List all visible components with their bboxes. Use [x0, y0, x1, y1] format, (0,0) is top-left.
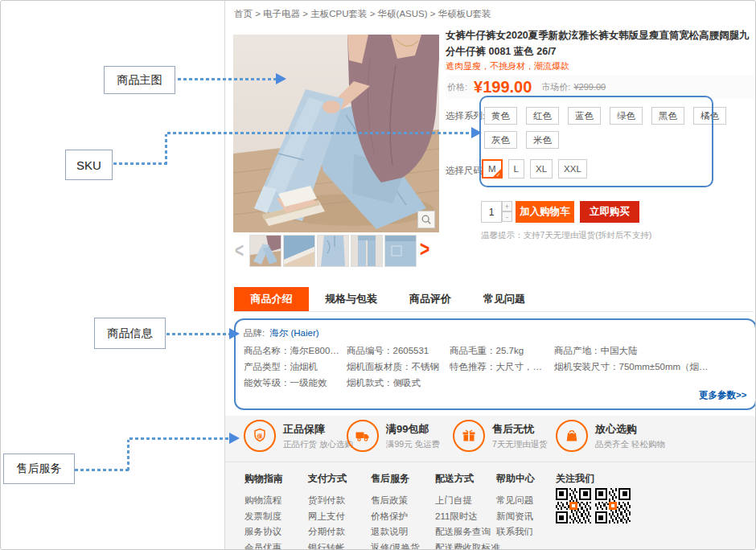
annotation-main-image-arrowhead — [276, 73, 286, 84]
series-chip-orange[interactable]: 橘色 — [693, 107, 726, 125]
footer-col-payment: 支付方式 货到付款 网上支付 分期付款 银行转帐 — [308, 472, 347, 550]
quantity-input[interactable] — [481, 201, 502, 223]
annotation-product-info-line — [166, 333, 229, 335]
thumbnail-5[interactable] — [384, 235, 417, 267]
series-label: 选择系列: — [446, 110, 485, 122]
market-price-label: 市场价: — [541, 81, 570, 93]
series-options-row-2: 灰色 米色 — [484, 131, 559, 149]
footer-separator — [225, 462, 756, 462]
footer-col-title: 关注我们 — [556, 472, 594, 486]
footer-link[interactable]: 退款说明 — [371, 524, 420, 540]
qr-code-2 — [595, 488, 631, 523]
service-item-authentic: 保 正品保障正品行货 放心选购 — [244, 420, 353, 452]
footer-col-aftersales: 售后服务 售后政策 价格保护 退款说明 返修/退换货 取消订单 — [371, 472, 420, 550]
series-chip-beige[interactable]: 米色 — [526, 131, 559, 149]
size-chip-m[interactable]: M — [482, 159, 503, 179]
thumbnail-2[interactable] — [283, 235, 315, 267]
size-chip-xl[interactable]: XL — [530, 159, 553, 179]
footer-col-delivery: 配送方式 上门自提 211限时达 配送服务查询 配送费收取标准 海外配送 — [435, 472, 500, 550]
series-chip-green[interactable]: 绿色 — [610, 107, 643, 125]
footer-link[interactable]: 新闻资讯 — [496, 509, 535, 525]
info-field: 能效等级：一级能效 — [244, 377, 347, 393]
price-label: 价格: — [447, 81, 467, 93]
add-to-cart-button[interactable]: 加入购物车 — [516, 201, 574, 223]
size-chip-l[interactable]: L — [508, 159, 524, 179]
magnifier-icon[interactable] — [417, 211, 435, 228]
service-title: 正品保障 — [283, 422, 353, 437]
thumbnail-strip — [249, 235, 417, 267]
brand-link[interactable]: 海尔 (Haier) — [269, 328, 318, 338]
footer-link[interactable]: 会员优惠 — [244, 540, 283, 550]
footer-link[interactable]: 配送服务查询 — [435, 524, 500, 540]
product-info-grid: 商品名称：海尔E800C2 商品编号：2605531 商品毛重：25.7kg 商… — [244, 345, 746, 393]
product-title: 女裤牛仔裤女2020夏季新款泫雅长裤女韩版显瘦直筒宽松高腰阔腿九分牛仔裤 008… — [446, 27, 756, 60]
footer-link[interactable]: 211限时达 — [435, 509, 500, 525]
footer-link[interactable]: 服务协议 — [244, 524, 283, 540]
footer-link[interactable]: 上门自提 — [435, 493, 500, 509]
info-field: 产品类型：油烟机 — [244, 361, 347, 377]
breadcrumb[interactable]: 首页 > 电子电器 > 主板CPU套装 > 华硕(ASUS) > 华硕板U套装 — [234, 8, 491, 20]
gallery-next-button[interactable]: > — [420, 238, 429, 260]
thumbnail-1[interactable] — [249, 235, 281, 267]
gallery-prev-button[interactable]: < — [235, 239, 244, 261]
service-item-aftersales: 售后无忧7天无理由退货 — [453, 420, 548, 452]
series-chip-yellow[interactable]: 黄色 — [484, 107, 517, 125]
chevron-right-icon: > — [420, 237, 429, 261]
more-params-link[interactable]: 更多参数>> — [699, 389, 746, 401]
screenshot-root: 首页 > 电子电器 > 主板CPU套装 > 华硕(ASUS) > 华硕板U套装 — [0, 0, 756, 550]
market-price-value: ¥299.00 — [573, 82, 606, 92]
service-desc: 满99元 免运费 — [386, 439, 440, 450]
annotation-sku-line-2 — [165, 134, 167, 165]
thumbnail-4[interactable] — [351, 235, 383, 267]
thumbnail-3[interactable] — [317, 235, 349, 267]
footer-link[interactable]: 购物流程 — [244, 493, 283, 509]
footer-link[interactable]: 货到付款 — [308, 493, 347, 509]
annotation-after-sales-line-3 — [129, 437, 229, 440]
footer-link[interactable]: 发票制度 — [244, 509, 283, 525]
series-chip-black[interactable]: 黑色 — [651, 107, 684, 125]
footer-link[interactable]: 返修/退换货 — [371, 540, 420, 550]
series-chip-blue[interactable]: 蓝色 — [568, 107, 601, 125]
service-item-free-shipping: 满99包邮满99元 免运费 — [347, 420, 440, 452]
footer-link[interactable]: 售后政策 — [371, 493, 420, 509]
footer-link[interactable]: 价格保护 — [371, 509, 420, 525]
brand-row: 品牌:海尔 (Haier) — [244, 327, 319, 339]
annotation-product-info-label: 商品信息 — [94, 318, 166, 349]
tab-product-intro[interactable]: 商品介绍 — [234, 287, 309, 311]
footer-link[interactable]: 银行转帐 — [308, 540, 347, 550]
footer-link[interactable]: 网上支付 — [308, 509, 347, 525]
footer-link[interactable]: 分期付款 — [308, 524, 347, 540]
footer-link[interactable]: 联系我们 — [496, 524, 535, 540]
footer-link[interactable]: 配送费收取标准 — [435, 540, 500, 550]
qr-code-1 — [556, 488, 591, 523]
shield-badge-icon: 保 — [244, 420, 276, 452]
truck-icon — [347, 420, 379, 452]
info-field: 商品产地：中国大陆 — [554, 345, 746, 361]
info-field: 商品毛重：25.7kg — [450, 345, 554, 361]
tab-faq[interactable]: 常见问题 — [467, 287, 541, 311]
series-chip-red[interactable]: 红色 — [526, 107, 559, 125]
service-desc: 品类齐全 轻松购物 — [595, 439, 665, 450]
service-item-easy-shopping: 放心选购品类齐全 轻松购物 — [556, 420, 665, 452]
footer-col-follow-us: 关注我们 — [556, 472, 594, 486]
detail-tabs: 商品介绍 规格与包装 商品评价 常见问题 — [234, 287, 754, 312]
footer-link[interactable]: 常见问题 — [496, 493, 535, 509]
annotation-main-image-label: 商品主图 — [104, 66, 175, 94]
quantity-stepper: + - — [502, 201, 512, 222]
annotation-sku-arrowhead — [471, 127, 482, 138]
annotation-product-info-arrowhead — [229, 328, 240, 339]
buy-now-button[interactable]: 立即购买 — [580, 201, 639, 223]
tab-spec-package[interactable]: 规格与包装 — [309, 287, 393, 311]
footer-col-title: 配送方式 — [435, 472, 500, 486]
series-options-row-1: 黄色 红色 蓝色 绿色 黑色 橘色 — [484, 107, 726, 125]
price-value: ¥199.00 — [474, 78, 532, 96]
annotation-after-sales-line-1 — [75, 469, 129, 471]
info-field: 烟机安装尺寸：750mm±50mm（烟… — [554, 361, 746, 377]
footer-col-shopping-guide: 购物指南 购物流程 发票制度 服务协议 会员优惠 — [244, 472, 283, 550]
annotation-sku-line-3 — [167, 132, 471, 134]
tab-reviews[interactable]: 商品评价 — [393, 287, 467, 311]
series-chip-gray[interactable]: 灰色 — [484, 131, 517, 149]
quantity-increase-button[interactable]: + — [502, 201, 512, 211]
quantity-decrease-button[interactable]: - — [502, 211, 512, 222]
size-chip-xxl[interactable]: XXL — [558, 159, 587, 179]
